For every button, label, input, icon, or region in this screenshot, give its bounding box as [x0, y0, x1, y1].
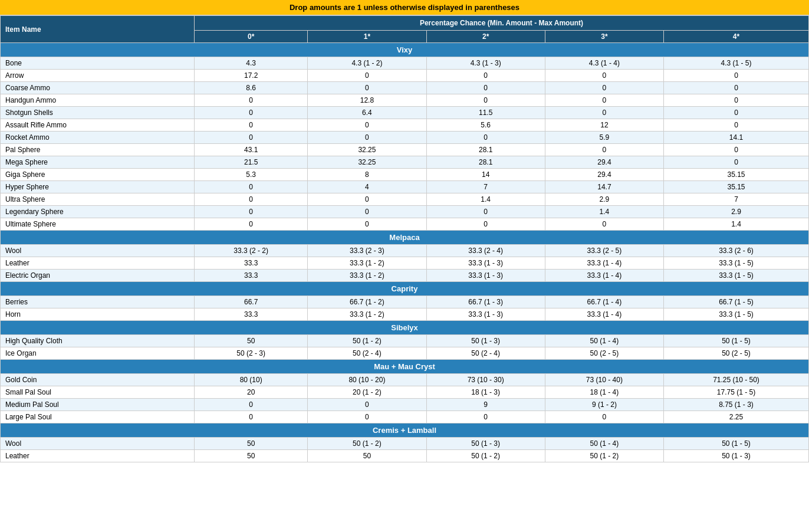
drop-cell: 2.9	[664, 206, 809, 218]
drop-cell: 50 (1 - 3)	[426, 335, 545, 347]
drop-cell: 0	[664, 144, 809, 156]
drop-cell: 20	[195, 386, 308, 399]
drop-cell: 33.3 (1 - 2)	[308, 270, 426, 282]
item-name-cell: Rocket Ammo	[1, 132, 195, 144]
drop-cell: 0	[195, 193, 308, 206]
drop-cell: 80 (10 - 20)	[308, 374, 426, 386]
drop-cell: 29.4	[545, 156, 663, 169]
drop-table: Item Name Percentage Chance (Min. Amount…	[0, 15, 809, 462]
drop-cell: 28.1	[426, 156, 545, 169]
table-row: Ice Organ50 (2 - 3)50 (2 - 4)50 (2 - 4)5…	[1, 347, 809, 360]
drop-cell: 35.15	[664, 181, 809, 193]
drop-cell: 14.7	[545, 181, 663, 193]
drop-cell: 50	[195, 450, 308, 462]
drop-cell: 0	[664, 94, 809, 107]
drop-cell: 17.2	[195, 70, 308, 82]
drop-cell: 4.3 (1 - 3)	[426, 57, 545, 70]
table-row: Rocket Ammo0005.914.1	[1, 132, 809, 144]
table-row: Hyper Sphere04714.735.15	[1, 181, 809, 193]
drop-cell: 0	[195, 132, 308, 144]
drop-cell: 33.3 (1 - 3)	[426, 308, 545, 321]
drop-cell: 66.7 (1 - 4)	[545, 296, 663, 308]
drop-cell: 0	[426, 94, 545, 107]
table-row: Large Pal Soul00002.25	[1, 411, 809, 423]
item-name-cell: Large Pal Soul	[1, 411, 195, 423]
item-name-cell: Bone	[1, 57, 195, 70]
drop-cell: 5.3	[195, 169, 308, 181]
drop-cell: 0	[308, 82, 426, 94]
item-name-cell: Assault Rifle Ammo	[1, 119, 195, 132]
table-row: Electric Organ33.333.3 (1 - 2)33.3 (1 - …	[1, 270, 809, 282]
drop-cell: 0	[195, 218, 308, 231]
drop-cell: 50	[195, 438, 308, 450]
drop-cell: 0	[545, 82, 663, 94]
section-cremis-plus-lamball: Cremis + Lamball	[1, 423, 809, 438]
item-name-cell: Gold Coin	[1, 374, 195, 386]
drop-cell: 0	[195, 181, 308, 193]
table-row: Handgun Ammo012.8000	[1, 94, 809, 107]
drop-cell: 14.1	[664, 132, 809, 144]
drop-cell: 0	[308, 411, 426, 423]
item-name-cell: Medium Pal Soul	[1, 399, 195, 411]
drop-cell: 0	[545, 107, 663, 119]
table-row: Coarse Ammo8.60000	[1, 82, 809, 94]
drop-cell: 33.3	[195, 308, 308, 321]
drop-cell: 50 (1 - 2)	[308, 438, 426, 450]
item-name-header: Item Name	[1, 16, 195, 43]
drop-cell: 80 (10)	[195, 374, 308, 386]
drop-cell: 11.5	[426, 107, 545, 119]
drop-cell: 33.3 (2 - 3)	[308, 245, 426, 257]
drop-cell: 32.25	[308, 144, 426, 156]
drop-cell: 33.3	[195, 270, 308, 282]
drop-cell: 0	[308, 193, 426, 206]
drop-cell: 18 (1 - 4)	[545, 386, 663, 399]
drop-cell: 33.3 (1 - 4)	[545, 257, 663, 270]
drop-cell: 5.6	[426, 119, 545, 132]
drop-cell: 0	[308, 70, 426, 82]
drop-cell: 0	[426, 132, 545, 144]
drop-cell: 0	[545, 94, 663, 107]
item-name-cell: Leather	[1, 450, 195, 462]
table-row: Small Pal Soul2020 (1 - 2)18 (1 - 3)18 (…	[1, 386, 809, 399]
table-row: Legendary Sphere0001.42.9	[1, 206, 809, 218]
drop-cell: 0	[545, 218, 663, 231]
drop-cell: 66.7 (1 - 2)	[308, 296, 426, 308]
drop-cell: 33.3 (1 - 2)	[308, 308, 426, 321]
drop-cell: 33.3 (2 - 5)	[545, 245, 663, 257]
drop-cell: 50	[195, 335, 308, 347]
item-name-cell: Leather	[1, 257, 195, 270]
drop-cell: 33.3 (1 - 3)	[426, 257, 545, 270]
table-row: Medium Pal Soul0099 (1 - 2)8.75 (1 - 3)	[1, 399, 809, 411]
drop-cell: 0	[426, 70, 545, 82]
item-name-cell: Giga Sphere	[1, 169, 195, 181]
item-name-cell: Horn	[1, 308, 195, 321]
drop-cell: 0	[545, 144, 663, 156]
drop-cell: 50 (1 - 4)	[545, 438, 663, 450]
item-name-cell: Small Pal Soul	[1, 386, 195, 399]
drop-cell: 0	[195, 94, 308, 107]
item-name-cell: Handgun Ammo	[1, 94, 195, 107]
drop-cell: 50 (2 - 3)	[195, 347, 308, 360]
drop-cell: 8.6	[195, 82, 308, 94]
item-name-cell: Pal Sphere	[1, 144, 195, 156]
drop-cell: 4	[308, 181, 426, 193]
drop-cell: 0	[545, 70, 663, 82]
drop-cell: 1.4	[545, 206, 663, 218]
table-row: High Quality Cloth5050 (1 - 2)50 (1 - 3)…	[1, 335, 809, 347]
drop-cell: 33.3 (1 - 4)	[545, 308, 663, 321]
item-name-cell: Wool	[1, 245, 195, 257]
drop-cell: 0	[308, 132, 426, 144]
drop-cell: 1.4	[664, 218, 809, 231]
drop-cell: 29.4	[545, 169, 663, 181]
drop-cell: 66.7	[195, 296, 308, 308]
drop-cell: 33.3 (1 - 3)	[426, 270, 545, 282]
drop-cell: 73 (10 - 30)	[426, 374, 545, 386]
drop-cell: 0	[308, 119, 426, 132]
drop-cell: 0	[664, 156, 809, 169]
drop-cell: 50 (1 - 3)	[426, 438, 545, 450]
drop-cell: 4.3	[195, 57, 308, 70]
drop-cell: 21.5	[195, 156, 308, 169]
table-row: Leather33.333.3 (1 - 2)33.3 (1 - 3)33.3 …	[1, 257, 809, 270]
drop-cell: 50 (2 - 5)	[545, 347, 663, 360]
section-caprity: Caprity	[1, 282, 809, 296]
